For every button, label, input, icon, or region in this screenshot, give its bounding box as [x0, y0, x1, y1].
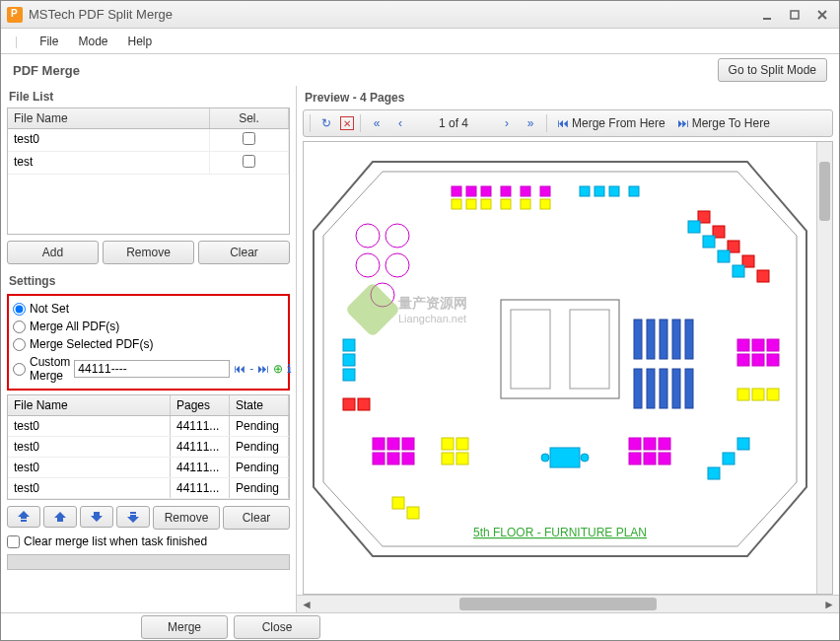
merge-to-here-button[interactable]: ⏭Merge To Here: [673, 116, 774, 130]
radio-merge-all[interactable]: [13, 320, 26, 333]
svg-rect-18: [501, 199, 511, 209]
rotate-icon[interactable]: ↻: [316, 113, 336, 133]
remove-button[interactable]: Remove: [103, 241, 194, 264]
first-page-nav-icon[interactable]: «: [367, 113, 386, 133]
svg-rect-15: [452, 199, 461, 209]
svg-point-28: [385, 253, 409, 277]
file-row[interactable]: test0: [8, 129, 289, 152]
radio-merge-selected[interactable]: [13, 338, 26, 351]
svg-rect-40: [647, 320, 655, 359]
file-name-cell: test: [8, 152, 210, 174]
svg-rect-67: [659, 453, 670, 464]
header-row: PDF Merge Go to Split Mode: [1, 54, 839, 86]
minimize-button[interactable]: [756, 6, 778, 24]
preview-scrollbar-horizontal[interactable]: ◄ ►: [297, 595, 839, 612]
last-page-nav-icon[interactable]: »: [521, 113, 540, 133]
svg-rect-44: [634, 369, 642, 408]
mcol-pages[interactable]: Pages: [171, 395, 230, 415]
svg-rect-49: [373, 438, 385, 450]
custom-merge-input[interactable]: [74, 360, 230, 378]
window-title: MSTech PDF Split Merge: [29, 7, 756, 22]
svg-rect-54: [402, 453, 414, 464]
svg-rect-84: [737, 438, 749, 450]
next-page-nav-icon[interactable]: ›: [497, 113, 517, 133]
preview-body[interactable]: 5th FLOOR - FURNITURE PLAN 量产资源网 Liangch…: [303, 141, 833, 595]
add-button[interactable]: Add: [7, 241, 99, 264]
merge-row[interactable]: test044111...Pending: [8, 478, 289, 499]
file-row[interactable]: test: [8, 152, 289, 175]
file-list-label: File List: [7, 86, 290, 107]
svg-point-27: [356, 253, 380, 277]
svg-rect-62: [629, 438, 641, 450]
file-sel-checkbox[interactable]: [243, 155, 255, 168]
first-page-icon[interactable]: ⏮: [234, 361, 245, 377]
svg-text:5th FLOOR - FURNITURE PLAN: 5th FLOOR - FURNITURE PLAN: [473, 526, 647, 539]
file-name-cell: test0: [8, 129, 210, 151]
info-icon[interactable]: ℹ: [287, 361, 292, 377]
svg-rect-42: [672, 320, 680, 359]
mcol-file-name[interactable]: File Name: [8, 395, 171, 415]
col-sel[interactable]: Sel.: [210, 108, 289, 128]
merge-button[interactable]: Merge: [141, 615, 228, 639]
menu-file[interactable]: File: [30, 31, 68, 52]
radio-custom-merge[interactable]: [13, 363, 26, 376]
svg-rect-63: [644, 438, 656, 450]
app-icon: [7, 7, 23, 23]
svg-rect-7: [511, 310, 550, 389]
svg-rect-57: [442, 453, 454, 464]
maximize-button[interactable]: [784, 6, 805, 24]
svg-rect-83: [723, 453, 735, 464]
merge-row[interactable]: test044111...Pending: [8, 416, 289, 437]
menu-mode[interactable]: Mode: [68, 31, 117, 52]
preview-scrollbar-vertical[interactable]: [816, 142, 832, 594]
move-down-button[interactable]: [80, 506, 113, 528]
progress-bar: [7, 554, 290, 570]
svg-rect-80: [343, 398, 355, 410]
radio-merge-selected-label: Merge Selected PDF(s): [30, 337, 153, 351]
file-sel-checkbox[interactable]: [243, 132, 255, 145]
merge-row[interactable]: test044111...Pending: [8, 458, 289, 478]
clear-on-finish-checkbox[interactable]: [7, 535, 20, 548]
move-top-button[interactable]: [7, 506, 40, 528]
split-mode-button[interactable]: Go to Split Mode: [718, 58, 827, 82]
svg-rect-10: [466, 186, 476, 196]
svg-rect-34: [757, 270, 769, 282]
cancel-icon[interactable]: ✕: [340, 116, 354, 130]
move-up-button[interactable]: [43, 506, 77, 528]
svg-marker-5: [323, 172, 797, 546]
svg-rect-41: [660, 320, 667, 359]
svg-rect-51: [402, 438, 414, 450]
close-dialog-button[interactable]: Close: [234, 615, 320, 639]
clear-button[interactable]: Clear: [198, 241, 290, 264]
svg-rect-76: [767, 389, 779, 400]
svg-rect-59: [550, 448, 580, 467]
menu-help[interactable]: Help: [118, 31, 163, 52]
svg-rect-86: [407, 507, 419, 519]
svg-marker-4: [314, 162, 806, 556]
svg-rect-22: [595, 186, 604, 196]
dash-icon[interactable]: -: [249, 361, 253, 377]
col-file-name[interactable]: File Name: [8, 108, 210, 128]
svg-rect-21: [580, 186, 590, 196]
prev-page-nav-icon[interactable]: ‹: [390, 113, 410, 133]
file-list-table: File Name Sel. test0 test: [7, 107, 290, 235]
svg-point-60: [541, 454, 549, 462]
merge-clear-button[interactable]: Clear: [223, 506, 290, 530]
last-page-icon[interactable]: ⏭: [257, 361, 269, 377]
merge-from-here-button[interactable]: ⏮Merge From Here: [553, 116, 669, 130]
move-bottom-button[interactable]: [116, 506, 150, 528]
merge-row[interactable]: test044111...Pending: [8, 437, 289, 458]
svg-rect-9: [452, 186, 461, 196]
radio-not-set-label: Not Set: [30, 302, 69, 316]
svg-rect-35: [688, 221, 700, 233]
mcol-state[interactable]: State: [230, 395, 289, 415]
merge-remove-button[interactable]: Remove: [153, 506, 220, 530]
preview-title: Preview - 4 Pages: [297, 86, 839, 109]
svg-rect-58: [456, 453, 468, 464]
merge-list-table: File Name Pages State test044111...Pendi…: [7, 394, 290, 500]
radio-not-set[interactable]: [13, 303, 26, 316]
settings-box: Not Set Merge All PDF(s) Merge Selected …: [7, 294, 290, 391]
add-range-icon[interactable]: ⊕: [273, 361, 283, 377]
close-button[interactable]: [811, 6, 833, 24]
svg-rect-52: [373, 453, 385, 464]
